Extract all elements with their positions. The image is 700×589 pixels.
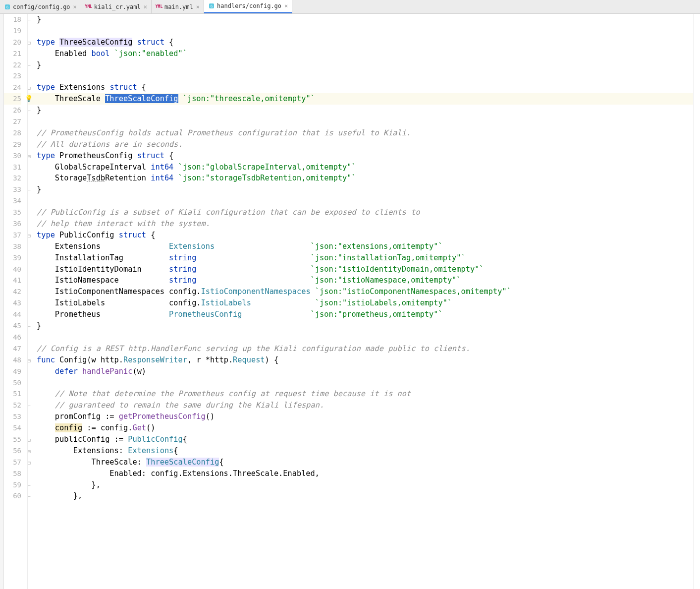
code-line[interactable]: IstioIdentityDomain string `json:"istioI… — [35, 264, 693, 275]
fold-marker[interactable]: ⌐ — [28, 479, 35, 491]
close-icon[interactable]: × — [73, 3, 77, 10]
fold-marker[interactable]: ⊟ — [28, 150, 35, 162]
fold-marker[interactable] — [28, 48, 35, 59]
code-line[interactable] — [35, 116, 693, 127]
fold-marker[interactable]: ⊟ — [28, 37, 35, 48]
code-line[interactable] — [35, 377, 693, 389]
fold-marker[interactable] — [28, 241, 35, 252]
code-line[interactable]: Prometheus PrometheusConfig `json:"prome… — [35, 309, 693, 320]
code-line[interactable]: StorageTsdbRetention int64 `json:"storag… — [35, 173, 693, 184]
code-line[interactable]: } — [35, 105, 693, 116]
tab-kiali-cr-yaml[interactable]: YML kiali_cr.yaml × — [81, 0, 152, 13]
fold-marker[interactable]: ⊟ — [28, 230, 35, 241]
code-line[interactable]: } — [35, 184, 693, 195]
fold-marker[interactable]: ⌐ — [28, 320, 35, 332]
code-line[interactable]: // guaranteed to remain the same during … — [35, 400, 693, 411]
code-line[interactable]: InstallationTag string `json:"installati… — [35, 252, 693, 264]
code-line[interactable]: func Config(w http.ResponseWriter, r *ht… — [35, 354, 693, 366]
code-line[interactable] — [35, 332, 693, 343]
code-line[interactable]: Extensions: Extensions{ — [35, 445, 693, 457]
fold-marker[interactable]: ⌐ — [28, 105, 35, 116]
code-line[interactable]: type ThreeScaleConfig struct { — [35, 37, 693, 48]
fold-marker[interactable] — [28, 207, 35, 218]
fold-marker[interactable] — [28, 264, 35, 275]
fold-marker[interactable] — [28, 139, 35, 150]
tab-main-yml[interactable]: YML main.yml × — [152, 0, 204, 13]
code-line[interactable]: } — [35, 320, 693, 332]
right-marker-gutter[interactable] — [693, 14, 700, 589]
code-line[interactable]: Enabled bool `json:"enabled"` — [35, 48, 693, 59]
fold-marker[interactable] — [28, 377, 35, 389]
fold-marker[interactable] — [28, 173, 35, 184]
close-icon[interactable]: × — [196, 3, 200, 10]
code-line[interactable]: GlobalScrapeInterval int64 `json:"global… — [35, 162, 693, 173]
line-number: 40 — [4, 264, 21, 275]
code-line[interactable]: type PrometheusConfig struct { — [35, 150, 693, 162]
fold-marker[interactable]: ⊟ — [28, 434, 35, 445]
fold-marker[interactable] — [28, 70, 35, 82]
fold-marker[interactable] — [28, 275, 35, 286]
fold-marker[interactable] — [28, 116, 35, 127]
code-line[interactable] — [35, 25, 693, 37]
fold-marker[interactable] — [28, 127, 35, 139]
line-number: 45 — [4, 320, 21, 332]
code-line[interactable]: promConfig := getPrometheusConfig() — [35, 411, 693, 422]
fold-marker[interactable]: ⌐ — [28, 490, 35, 502]
fold-marker[interactable] — [28, 422, 35, 434]
code-line[interactable]: 💡 ThreeScale ThreeScaleConfig `json:"thr… — [35, 93, 693, 105]
fold-marker[interactable]: ⌐ — [28, 400, 35, 411]
fold-marker[interactable] — [28, 388, 35, 400]
fold-marker[interactable] — [28, 297, 35, 309]
fold-marker[interactable]: ⊟ — [28, 82, 35, 93]
fold-marker[interactable]: ⌐ — [28, 14, 35, 25]
code-line[interactable]: type Extensions struct { — [35, 82, 693, 93]
code-line[interactable]: publicConfig := PublicConfig{ — [35, 434, 693, 445]
code-line[interactable]: // All durations are in seconds. — [35, 139, 693, 150]
fold-marker[interactable] — [28, 162, 35, 173]
fold-marker[interactable]: ⊟ — [28, 354, 35, 366]
fold-marker[interactable]: ⌐ — [28, 184, 35, 195]
fold-marker[interactable] — [28, 468, 35, 479]
code-line[interactable]: ThreeScale: ThreeScaleConfig{ — [35, 457, 693, 468]
code-line[interactable]: }, — [35, 479, 693, 491]
code-line[interactable] — [35, 70, 693, 82]
code-line[interactable]: // Note that determine the Prometheus co… — [35, 388, 693, 400]
tab-handlers-config-go[interactable]: G handlers/config.go × — [204, 0, 292, 13]
fold-marker[interactable]: ⊟ — [28, 457, 35, 468]
fold-marker[interactable] — [28, 366, 35, 377]
fold-marker[interactable] — [28, 332, 35, 343]
fold-marker[interactable]: ⌐ — [28, 59, 35, 71]
code-line[interactable]: } — [35, 59, 693, 71]
left-scrollbar-strip[interactable] — [0, 14, 4, 589]
fold-marker[interactable] — [28, 25, 35, 37]
code-line[interactable]: // PrometheusConfig holds actual Prometh… — [35, 127, 693, 139]
code-line[interactable]: IstioLabels config.IstioLabels `json:"is… — [35, 297, 693, 309]
code-line[interactable]: }, — [35, 490, 693, 502]
code-area[interactable]: }type ThreeScaleConfig struct { Enabled … — [35, 14, 693, 589]
code-line[interactable]: IstioNamespace string `json:"istioNamesp… — [35, 275, 693, 286]
fold-marker[interactable] — [28, 286, 35, 297]
code-line[interactable]: Enabled: config.Extensions.ThreeScale.En… — [35, 468, 693, 479]
fold-marker[interactable] — [28, 195, 35, 207]
fold-marker[interactable] — [28, 252, 35, 264]
code-line[interactable]: defer handlePanic(w) — [35, 366, 693, 377]
code-editor[interactable]: 1819202122232425262728293031323334353637… — [0, 14, 700, 589]
code-line[interactable]: // PublicConfig is a subset of Kiali con… — [35, 207, 693, 218]
fold-marker[interactable] — [28, 343, 35, 354]
code-line[interactable]: type PublicConfig struct { — [35, 230, 693, 241]
fold-marker[interactable] — [28, 411, 35, 422]
fold-marker[interactable] — [28, 309, 35, 320]
fold-marker[interactable] — [28, 218, 35, 230]
tab-config-config-go[interactable]: G config/config.go × — [0, 0, 81, 13]
intention-bulb-icon[interactable]: 💡 — [25, 93, 33, 105]
code-line[interactable]: // help them interact with the system. — [35, 218, 693, 230]
code-line[interactable]: Extensions Extensions `json:"extensions,… — [35, 241, 693, 252]
code-line[interactable]: // Config is a REST http.HandlerFunc ser… — [35, 343, 693, 354]
code-line[interactable]: IstioComponentNamespaces config.IstioCom… — [35, 286, 693, 297]
code-line[interactable]: config := config.Get() — [35, 422, 693, 434]
close-icon[interactable]: × — [144, 3, 147, 10]
fold-marker[interactable]: ⊟ — [28, 445, 35, 457]
close-icon[interactable]: × — [284, 2, 288, 9]
code-line[interactable]: } — [35, 14, 693, 25]
code-line[interactable] — [35, 195, 693, 207]
